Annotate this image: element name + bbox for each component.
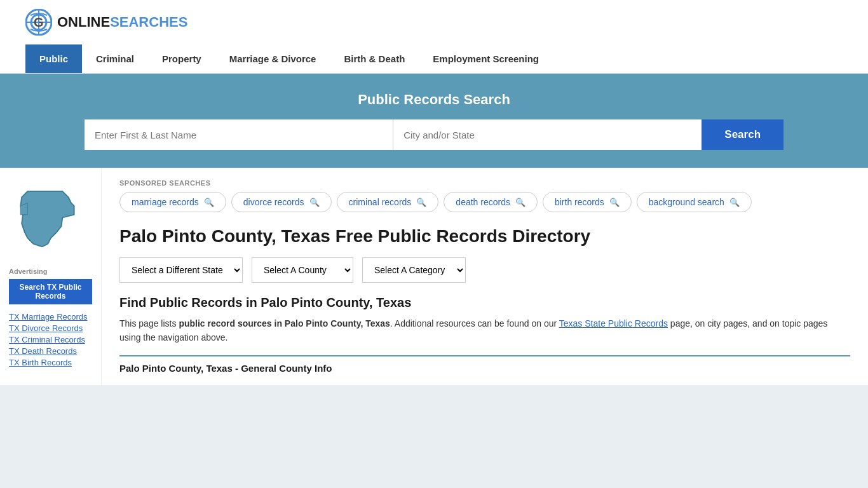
search-icon-2: 🔍 (309, 198, 320, 207)
logo-text: ONLINESEARCHES (57, 14, 187, 30)
search-icon-1: 🔍 (204, 198, 214, 207)
sidebar-link-birth[interactable]: TX Birth Records (9, 358, 92, 367)
main-nav: Public Criminal Property Marriage & Divo… (0, 44, 868, 74)
sidebar-link-death[interactable]: TX Death Records (9, 346, 92, 356)
search-icon-6: 🔍 (729, 198, 740, 207)
nav-item-property[interactable]: Property (148, 44, 215, 73)
search-banner-title: Public Records Search (25, 92, 843, 108)
tag-background-search[interactable]: background search 🔍 (637, 192, 752, 212)
sidebar-ad-label: Advertising (9, 268, 92, 275)
find-records-desc: This page lists public record sources in… (119, 316, 850, 345)
nav-item-employment[interactable]: Employment Screening (419, 44, 553, 73)
logo-icon: G (25, 9, 52, 36)
svg-text:G: G (34, 15, 44, 29)
find-records-title: Find Public Records in Palo Pinto County… (119, 295, 850, 310)
svg-marker-5 (20, 191, 74, 247)
search-banner: Public Records Search Search (0, 74, 868, 168)
main-content: SPONSORED SEARCHES marriage records 🔍 di… (102, 168, 868, 385)
state-dropdown[interactable]: Select a Different State (119, 257, 243, 283)
tag-marriage-records[interactable]: marriage records 🔍 (119, 192, 226, 212)
sponsored-tags: marriage records 🔍 divorce records 🔍 cri… (119, 192, 850, 212)
page-title: Palo Pinto County, Texas Free Public Rec… (119, 225, 850, 247)
sponsored-label: SPONSORED SEARCHES (119, 179, 850, 187)
search-form: Search (85, 119, 783, 150)
sidebar: Advertising Search TX Public Records TX … (0, 168, 102, 385)
sidebar-links: TX Marriage Records TX Divorce Records T… (9, 312, 92, 367)
nav-item-public[interactable]: Public (25, 44, 82, 73)
county-info-header: Palo Pinto County, Texas - General Count… (119, 355, 850, 374)
search-icon-3: 🔍 (416, 198, 426, 207)
tag-divorce-records[interactable]: divorce records 🔍 (231, 192, 332, 212)
texas-map (9, 186, 92, 257)
tag-birth-records[interactable]: birth records 🔍 (543, 192, 632, 212)
category-dropdown[interactable]: Select A Category (362, 257, 466, 283)
tag-death-records[interactable]: death records 🔍 (444, 192, 538, 212)
name-input[interactable] (85, 119, 393, 150)
site-logo: G ONLINESEARCHES (25, 9, 187, 36)
nav-item-criminal[interactable]: Criminal (82, 44, 148, 73)
search-icon-5: 🔍 (609, 198, 620, 207)
search-button[interactable]: Search (702, 119, 783, 150)
county-dropdown[interactable]: Select A County (252, 257, 353, 283)
texas-state-link[interactable]: Texas State Public Records (559, 318, 668, 329)
sidebar-ad-button[interactable]: Search TX Public Records (9, 279, 92, 304)
search-icon-4: 🔍 (515, 198, 526, 207)
nav-item-birth-death[interactable]: Birth & Death (330, 44, 419, 73)
dropdowns-row: Select a Different State Select A County… (119, 257, 850, 283)
tag-criminal-records[interactable]: criminal records 🔍 (337, 192, 439, 212)
sidebar-link-divorce[interactable]: TX Divorce Records (9, 323, 92, 333)
nav-item-marriage-divorce[interactable]: Marriage & Divorce (215, 44, 330, 73)
sidebar-link-criminal[interactable]: TX Criminal Records (9, 335, 92, 344)
location-input[interactable] (393, 119, 702, 150)
sidebar-link-marriage[interactable]: TX Marriage Records (9, 312, 92, 322)
